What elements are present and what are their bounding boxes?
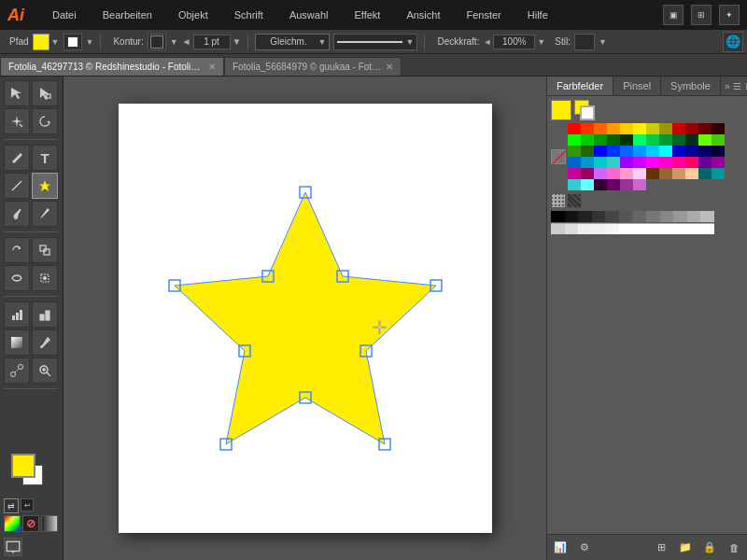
blend-tool[interactable]: [4, 357, 30, 384]
color-cell[interactable]: [568, 146, 581, 157]
magic-wand-tool[interactable]: [4, 108, 30, 134]
menu-effekt[interactable]: Effekt: [348, 6, 386, 24]
color-cell[interactable]: [594, 157, 607, 168]
light-cell[interactable]: [592, 223, 606, 234]
color-cell[interactable]: [607, 179, 620, 190]
color-cell[interactable]: [607, 168, 620, 179]
style-dropdown[interactable]: [574, 34, 595, 50]
color-cell[interactable]: [633, 179, 646, 190]
gray-cell[interactable]: [660, 211, 674, 222]
tab-file2[interactable]: Fotolia_56684979 © guukaa - Fotolia.com.…: [224, 57, 402, 76]
bar-chart-tool[interactable]: [32, 301, 58, 328]
none-mode-btn[interactable]: ⊘: [22, 515, 39, 532]
color-cell[interactable]: [581, 157, 594, 168]
lines-swatch[interactable]: [567, 193, 582, 208]
panel-bg-swatch[interactable]: [580, 105, 595, 120]
menu-objekt[interactable]: Objekt: [173, 6, 214, 24]
direct-selection-tool[interactable]: [32, 80, 58, 106]
color-cell[interactable]: [581, 179, 594, 190]
color-cell[interactable]: [620, 123, 633, 134]
color-cell[interactable]: [581, 134, 594, 146]
color-cell[interactable]: [607, 134, 620, 146]
misc-btn[interactable]: ✦: [719, 5, 740, 25]
stroke-width-input[interactable]: [193, 35, 231, 49]
menu-schrift[interactable]: Schrift: [229, 6, 269, 24]
gray-cell[interactable]: [565, 211, 579, 222]
scale-tool[interactable]: [32, 237, 58, 263]
color-cell[interactable]: [594, 179, 607, 190]
eyedropper-tool[interactable]: [32, 329, 58, 356]
color-cell[interactable]: [633, 157, 646, 168]
gradient-mode-btn[interactable]: [41, 515, 58, 532]
light-cell[interactable]: [646, 223, 660, 234]
color-cell[interactable]: [659, 134, 672, 146]
fill-arrow[interactable]: ▼: [51, 37, 60, 47]
color-cell[interactable]: [633, 168, 646, 179]
selection-tool[interactable]: [4, 80, 30, 106]
color-cell[interactable]: [712, 134, 725, 146]
panel-new-color-icon[interactable]: 📁: [676, 539, 695, 557]
color-cell[interactable]: [620, 179, 633, 190]
fill-swatch[interactable]: [33, 34, 49, 50]
color-mode-btn[interactable]: [4, 515, 21, 532]
gray-cell[interactable]: [578, 211, 592, 222]
color-cell[interactable]: [581, 146, 594, 157]
default-colors-btn[interactable]: ↩: [21, 498, 34, 511]
zoom-tool[interactable]: [32, 357, 58, 384]
light-cell[interactable]: [673, 223, 687, 234]
color-cell[interactable]: [685, 146, 698, 157]
color-cell[interactable]: [594, 146, 607, 157]
light-cell[interactable]: [605, 223, 619, 234]
light-cell[interactable]: [660, 223, 674, 234]
color-cell[interactable]: [568, 168, 581, 179]
stroke-swatch[interactable]: [63, 34, 82, 50]
stroke-arrow[interactable]: ▼: [86, 37, 94, 47]
color-cell[interactable]: [581, 168, 594, 179]
opacity-input[interactable]: [493, 35, 535, 49]
star-tool[interactable]: [32, 173, 58, 199]
style-arrow[interactable]: ▼: [599, 37, 607, 47]
color-cell[interactable]: [581, 123, 594, 134]
color-cell[interactable]: [620, 134, 633, 146]
color-cell[interactable]: [698, 168, 712, 179]
gray-cell[interactable]: [632, 211, 646, 222]
menu-hilfe[interactable]: Hilfe: [522, 6, 554, 24]
color-cell[interactable]: [685, 134, 698, 146]
color-cell[interactable]: [646, 157, 659, 168]
dots-swatch[interactable]: [551, 193, 566, 208]
light-cell[interactable]: [619, 223, 633, 234]
text-tool[interactable]: T: [32, 145, 58, 171]
warp-tool[interactable]: [4, 265, 30, 291]
lasso-tool[interactable]: [32, 108, 58, 134]
color-cell[interactable]: [568, 157, 581, 168]
none-swatch[interactable]: [551, 149, 566, 164]
free-transform-tool[interactable]: [32, 265, 58, 291]
tab-file1[interactable]: Fotolia_46297713 © Redshinestudio - Foto…: [0, 57, 224, 76]
pencil-tool[interactable]: [32, 201, 58, 227]
color-cell[interactable]: [568, 123, 581, 134]
color-cell[interactable]: [607, 123, 620, 134]
rotate-tool[interactable]: [4, 237, 30, 263]
menu-bearbeiten[interactable]: Bearbeiten: [97, 6, 158, 24]
gray-cell[interactable]: [687, 211, 701, 222]
gray-cell[interactable]: [551, 211, 565, 222]
color-cell[interactable]: [568, 179, 581, 190]
paintbrush-tool[interactable]: [4, 201, 30, 227]
color-cell[interactable]: [633, 134, 646, 146]
panel-settings-icon[interactable]: ⚙: [575, 539, 594, 557]
gray-cell[interactable]: [673, 211, 687, 222]
color-cell[interactable]: [712, 146, 725, 157]
star-shape[interactable]: [165, 178, 445, 458]
stroke-color-swatch[interactable]: [148, 34, 166, 50]
color-cell[interactable]: [620, 157, 633, 168]
light-cell[interactable]: [687, 223, 701, 234]
color-cell[interactable]: [672, 134, 685, 146]
color-cell[interactable]: [646, 168, 659, 179]
gradient-tool[interactable]: [4, 329, 30, 356]
color-cell[interactable]: [698, 123, 712, 134]
color-cell[interactable]: [607, 157, 620, 168]
menu-datei[interactable]: Datei: [47, 6, 82, 24]
menu-ansicht[interactable]: Ansicht: [401, 6, 445, 24]
color-cell[interactable]: [712, 168, 725, 179]
tab1-close[interactable]: ✕: [208, 62, 216, 72]
